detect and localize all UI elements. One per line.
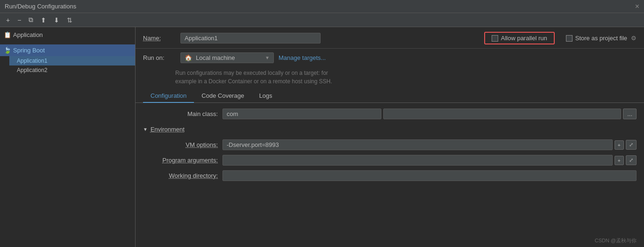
form-fields: Main class: ... ▼ Environment VM options…	[136, 103, 644, 247]
app1-label: Application1	[17, 58, 47, 64]
vm-options-label: VM options:	[143, 141, 218, 148]
allow-parallel-checkbox[interactable]	[492, 35, 498, 42]
vm-options-add-button[interactable]: +	[615, 140, 624, 150]
home-icon: 🏠	[185, 54, 192, 61]
form-name-row: Name: Allow parallel run Store as projec…	[136, 27, 644, 49]
dropdown-arrow-icon: ▼	[265, 55, 270, 60]
sidebar-item-application[interactable]: 📋 Application	[0, 29, 135, 41]
store-project-container[interactable]: Store as project file ⚙	[566, 35, 637, 42]
run-on-value: Local machine	[196, 54, 261, 61]
name-label: Name:	[143, 35, 176, 42]
program-args-row: Program arguments: + ⤢	[143, 155, 637, 166]
program-args-input-group: + ⤢	[222, 155, 637, 166]
store-project-label: Store as project file	[575, 35, 627, 42]
vm-options-row: VM options: + ⤢	[143, 139, 637, 150]
main-class-input-group: ...	[222, 109, 637, 119]
run-on-label: Run on:	[143, 54, 176, 61]
main-class-input[interactable]	[222, 109, 381, 119]
working-dir-input[interactable]	[222, 170, 637, 181]
vm-options-input[interactable]	[222, 139, 613, 150]
folder-icon: 📋	[4, 31, 11, 38]
environment-section: ▼ Environment	[143, 124, 637, 135]
copy-config-button[interactable]: ⧉	[26, 15, 36, 25]
watermark: CSDN @孟秋与你	[595, 237, 637, 244]
close-icon[interactable]: ×	[635, 2, 639, 11]
run-on-select[interactable]: 🏠 Local machine ▼	[180, 52, 274, 63]
sidebar: 📋 Application 🍃 Spring Boot Application1…	[0, 27, 136, 247]
title-bar: Run/Debug Configurations ×	[0, 0, 644, 13]
sidebar-application-label: Application	[13, 31, 43, 38]
app2-label: Application2	[17, 67, 47, 73]
vm-options-input-group: + ⤢	[222, 139, 637, 150]
program-args-expand-button[interactable]: ⤢	[626, 155, 637, 165]
store-project-checkbox[interactable]	[566, 35, 572, 42]
springboot-icon: 🍃	[4, 47, 11, 54]
manage-targets-link[interactable]: Manage targets...	[279, 54, 326, 61]
run-on-row: Run on: 🏠 Local machine ▼ Manage targets…	[136, 49, 644, 67]
title-bar-left: Run/Debug Configurations	[5, 3, 76, 10]
main-class-input2[interactable]	[383, 109, 621, 119]
sidebar-springboot-label: Spring Boot	[13, 47, 45, 54]
sort-button[interactable]: ⇅	[64, 15, 75, 25]
sidebar-item-springboot[interactable]: 🍃 Spring Boot	[0, 44, 135, 56]
sidebar-section-application: 📋 Application	[0, 27, 135, 43]
working-dir-label: Working directory:	[143, 172, 218, 179]
content: Name: Allow parallel run Store as projec…	[136, 27, 644, 247]
description-text: Run configurations may be executed local…	[136, 67, 644, 89]
main-container: 📋 Application 🍃 Spring Boot Application1…	[0, 27, 644, 247]
remove-config-button[interactable]: −	[15, 15, 23, 25]
move-up-button[interactable]: ⬆	[38, 15, 49, 25]
environment-label[interactable]: Environment	[150, 126, 185, 133]
child-items: Application1 Application2	[0, 56, 135, 75]
sidebar-item-application2[interactable]: Application2	[9, 65, 135, 75]
name-input[interactable]	[180, 33, 321, 44]
main-class-row: Main class: ...	[143, 109, 637, 119]
allow-parallel-container[interactable]: Allow parallel run	[484, 32, 555, 44]
tab-configuration[interactable]: Configuration	[143, 89, 194, 103]
working-dir-row: Working directory:	[143, 170, 637, 181]
program-args-add-button[interactable]: +	[615, 156, 624, 165]
main-class-browse-button[interactable]: ...	[623, 109, 637, 119]
add-config-button[interactable]: +	[4, 15, 12, 25]
collapse-icon[interactable]: ▼	[143, 127, 148, 132]
program-args-label: Program arguments:	[143, 157, 218, 164]
gear-icon[interactable]: ⚙	[631, 35, 637, 42]
tab-logs[interactable]: Logs	[251, 89, 279, 103]
move-down-button[interactable]: ⬇	[51, 15, 62, 25]
tabs-row: Configuration Code Coverage Logs	[136, 89, 644, 103]
sidebar-item-application1[interactable]: Application1	[9, 56, 135, 65]
tab-code-coverage[interactable]: Code Coverage	[194, 89, 251, 103]
program-args-input[interactable]	[222, 155, 613, 166]
toolbar: + − ⧉ ⬆ ⬇ ⇅	[0, 13, 644, 27]
vm-options-expand-button[interactable]: ⤢	[626, 140, 637, 150]
allow-parallel-label: Allow parallel run	[501, 35, 547, 42]
sidebar-section-springboot: 🍃 Spring Boot Application1 Application2	[0, 43, 135, 77]
title-bar-title: Run/Debug Configurations	[5, 3, 76, 10]
main-class-label: Main class:	[143, 110, 218, 117]
